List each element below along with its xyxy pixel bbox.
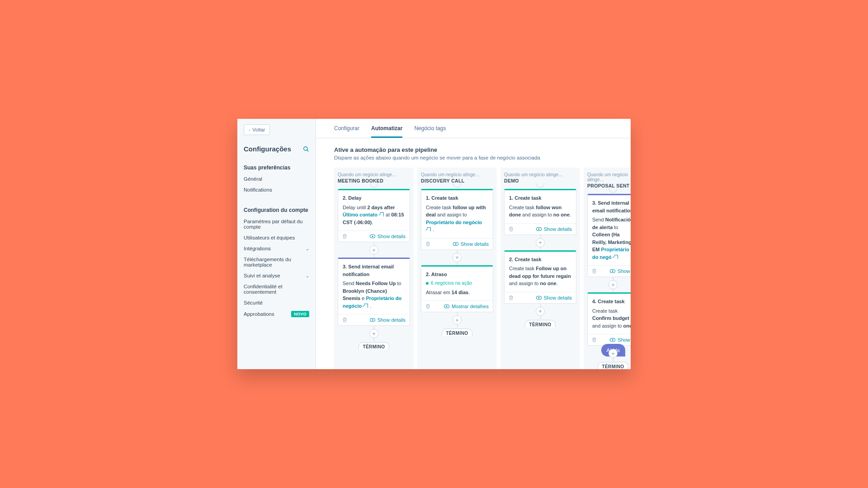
sidebar: ‹ Voltar Configurações Suas preferências… [237,119,316,369]
card-step: 2. Create task [509,256,571,263]
delete-icon[interactable] [509,295,514,300]
lane-title: DEMO [504,178,576,183]
show-details-button[interactable]: Show details [536,295,572,300]
automation-card: 3. Send internal email notificationSend … [587,194,631,277]
add-step-button[interactable]: + [609,349,618,358]
nav-acct-0[interactable]: Paramètres par défaut du compte [244,216,309,232]
connector: + [338,242,410,258]
card-description: Create task follow up with deal and assi… [426,204,488,234]
eye-icon [536,296,542,300]
external-link-icon [614,255,618,259]
sidebar-title: Configurações [244,145,291,153]
show-details-button[interactable]: Show details [536,226,572,232]
automation-card: 1. Create taskCreate task follow up with… [421,189,493,250]
badge-novo: NOVO [291,311,309,317]
delete-icon[interactable] [592,337,597,343]
page-title: Ative a automação para este pipeline [334,146,631,153]
svg-point-0 [304,146,307,150]
svg-line-1 [307,150,309,151]
nav-acct-3[interactable]: Téléchargements du marketplace [244,254,309,270]
delete-icon[interactable] [342,234,347,239]
lane-discovery-call: Quando um negócio atinge…DISCOVERY CALL1… [417,168,497,369]
card-description: Send Notificación de alerta to Colleen (… [592,216,631,261]
card-description: Create task Confirm budget and assign to… [592,307,631,330]
add-step-button[interactable]: + [536,307,545,316]
delete-icon[interactable] [592,268,597,274]
add-step-button[interactable]: + [609,280,618,289]
add-step-button[interactable]: + [453,315,462,324]
connector: + [504,235,576,250]
card-description: Send Needs Follow Up to Brooklyn (Chance… [343,280,405,310]
section-preferences: Suas preferências [244,164,309,171]
nav-pref-1[interactable]: Notifications [244,184,309,195]
search-icon[interactable] [303,146,309,152]
automation-card: 3. Send internal email notificationSend … [338,258,410,326]
lane-trigger-label: Quando um negócio atinge… [338,172,410,177]
nav-acct-4[interactable]: Suivi et analyse⌄ [244,270,309,281]
automation-card: 2. DelayDelay until 2 days after Último … [338,189,410,242]
card-step: 1. Create task [509,194,571,202]
automation-card: 2. Create taskCreate task Follow up on d… [504,250,576,304]
card-description: Create task Follow up on dead opp for fu… [509,265,571,287]
card-step: 4. Create task [592,298,631,305]
tab-configurar[interactable]: Configurar [334,119,359,138]
connector: + [421,312,493,328]
lane-trigger-label: Quando um negócio atinge… [587,172,631,182]
eye-icon [536,227,542,231]
delete-icon[interactable] [509,226,514,232]
show-details-button[interactable]: Mostrar detalhes [444,304,489,309]
terminus-label: TÉRMINO [525,320,556,327]
app-window: ‹ Voltar Configurações Suas preferências… [237,119,631,369]
lane-demo: Quando um negócio atinge…DEMO1. Create t… [500,168,580,369]
back-label: Voltar [252,127,265,132]
automation-card: 1. Create taskCreate task follow won don… [504,189,576,235]
eye-icon [444,305,449,308]
add-step-button[interactable]: + [369,245,378,254]
automation-card: 2. Atraso6 negócios na açãoAtrasar em 14… [421,265,493,313]
card-description: Create task follow won done and assign t… [509,204,571,219]
nav-acct-2[interactable]: Intégrations⌄ [244,243,309,254]
connector: + [587,277,631,292]
nav-acct-1[interactable]: Utilisateurs et équipes [244,232,309,243]
chevron-down-icon: ⌄ [306,246,309,251]
back-button[interactable]: ‹ Voltar [244,124,270,135]
add-step-button[interactable]: + [536,238,545,247]
automation-card: 4. Create taskCreate task Confirm budget… [587,292,631,346]
add-step-button[interactable]: + [369,329,378,338]
connector: + [338,326,410,341]
tab-negócio-tags[interactable]: Negócio tags [414,119,446,138]
nav-acct-7[interactable]: ApprobationsNOVO [244,308,309,320]
show-details-button[interactable]: Show details [370,317,406,323]
card-description: Atrasar em 14 dias. [426,289,488,296]
nav-acct-5[interactable]: Confidentialité et consentement [244,281,309,297]
card-link[interactable]: Último contato [343,212,384,217]
terminus-label: TÉRMINO [598,362,629,369]
connector: + [504,304,576,319]
nav-pref-0[interactable]: Général [244,174,309,184]
lane-proposal-sent: Quando um negócio atinge…PROPOSAL SENT3.… [584,168,631,369]
delete-icon[interactable] [342,317,347,323]
main-area: ConfigurarAutomatizarNegócio tags Ative … [316,119,631,369]
lane-title: DISCOVERY CALL [421,178,493,183]
delete-icon[interactable] [425,241,430,247]
delete-icon[interactable] [425,304,430,309]
terminus-label: TÉRMINO [359,342,390,349]
lane-title: MEETING BOOKED [338,178,410,183]
card-status: 6 negócios na ação [426,280,488,287]
card-link[interactable]: Proprietário do negócio [426,220,482,233]
card-step: 3. Send internal email notification [343,263,405,278]
pipeline-lanes: Quando um negócio atinge…MEETING BOOKED2… [334,168,631,369]
show-details-button[interactable]: Show details [453,241,489,247]
eye-icon [610,338,615,342]
nav-acct-6[interactable]: Sécurité [244,297,309,308]
add-step-button[interactable]: + [453,253,462,262]
show-details-button[interactable]: Show details [370,234,406,239]
show-details-button[interactable]: Show d [610,337,631,343]
show-details-button[interactable]: Show d [610,268,631,274]
tab-bar: ConfigurarAutomatizarNegócio tags [316,119,631,138]
card-description: Delay until 2 days after Último contato … [343,204,405,226]
card-step: 2. Atraso [426,271,488,278]
chevron-down-icon: ⌄ [306,273,309,278]
lane-title: PROPOSAL SENT [587,183,631,188]
tab-automatizar[interactable]: Automatizar [371,119,402,138]
